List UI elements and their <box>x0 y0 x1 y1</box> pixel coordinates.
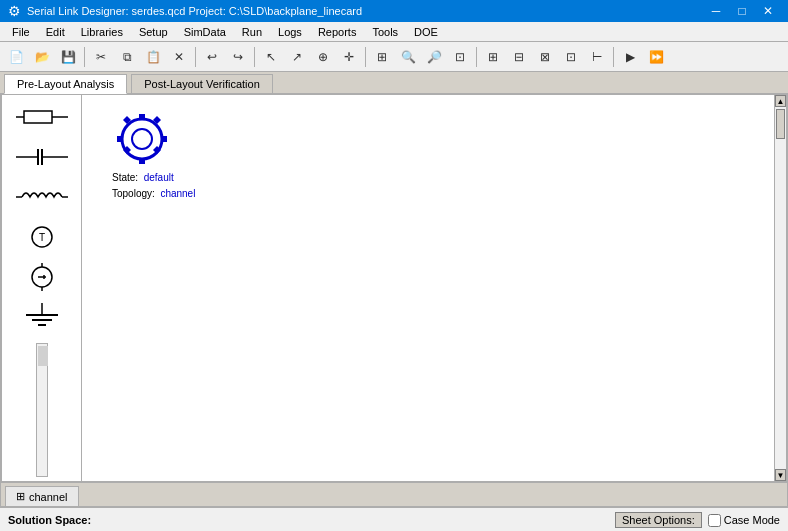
search-btn[interactable]: ⊞ <box>370 45 394 69</box>
toolbar-sep <box>195 47 196 67</box>
prop2-btn[interactable]: ⊡ <box>559 45 583 69</box>
case-mode-text: Case Mode <box>724 514 780 526</box>
zoom-out-btn[interactable]: 🔎 <box>422 45 446 69</box>
pointer-btn[interactable]: ↖ <box>259 45 283 69</box>
tab-0[interactable]: Pre-Layout Analysis <box>4 74 127 94</box>
menu-item-setup[interactable]: Setup <box>131 24 176 40</box>
toolbar: 📄📂💾✂⧉📋✕↩↪↖↗⊕✛⊞🔍🔎⊡⊞⊟⊠⊡⊢▶⏩ <box>0 42 788 72</box>
grid-btn[interactable]: ⊟ <box>507 45 531 69</box>
component-inductor[interactable] <box>12 179 72 215</box>
menu-item-reports[interactable]: Reports <box>310 24 365 40</box>
svg-point-22 <box>132 129 152 149</box>
capacitor-icon <box>16 142 68 172</box>
sheet-options: Sheet Options:Case Mode <box>615 512 780 528</box>
prop1-btn[interactable]: ⊠ <box>533 45 557 69</box>
component-source[interactable] <box>12 259 72 295</box>
cut-btn[interactable]: ✂ <box>89 45 113 69</box>
solution-title: Solution Space: <box>8 514 91 526</box>
svg-rect-1 <box>24 111 52 123</box>
save-btn[interactable]: 💾 <box>56 45 80 69</box>
source-icon <box>16 262 68 292</box>
resistor-icon <box>16 102 68 132</box>
snap-btn[interactable]: ⊞ <box>481 45 505 69</box>
component-transformer[interactable]: T <box>12 219 72 255</box>
wire2-btn[interactable]: ⊕ <box>311 45 335 69</box>
minimize-button[interactable]: ─ <box>704 2 728 20</box>
ground-icon <box>16 302 68 332</box>
bottom-tab-channel[interactable]: ⊞ channel <box>5 486 79 506</box>
bottom-tab-icon: ⊞ <box>16 490 25 503</box>
new-btn[interactable]: 📄 <box>4 45 28 69</box>
menu-bar: FileEditLibrariesSetupSimDataRunLogsRepo… <box>0 22 788 42</box>
case-mode-label[interactable]: Case Mode <box>708 514 780 527</box>
redo-btn[interactable]: ↪ <box>226 45 250 69</box>
toolbar-sep <box>613 47 614 67</box>
node-topology-label: Topology: channel <box>112 187 195 201</box>
title-bar: ⚙ Serial Link Designer: serdes.qcd Proje… <box>0 0 788 22</box>
open-btn[interactable]: 📂 <box>30 45 54 69</box>
paste-btn[interactable]: 📋 <box>141 45 165 69</box>
inductor-icon <box>16 182 68 212</box>
wire1-btn[interactable]: ↗ <box>285 45 309 69</box>
bottom-tab-label: channel <box>29 491 68 503</box>
menu-item-file[interactable]: File <box>4 24 38 40</box>
bottom-tab-bar: ⊞ channel <box>1 482 787 506</box>
menu-item-edit[interactable]: Edit <box>38 24 73 40</box>
node-state-label: State: default <box>112 171 174 185</box>
component-resistor[interactable] <box>12 99 72 135</box>
title-bar-left: ⚙ Serial Link Designer: serdes.qcd Proje… <box>8 3 362 19</box>
delete-btn[interactable]: ✕ <box>167 45 191 69</box>
svg-point-21 <box>122 119 162 159</box>
move-btn[interactable]: ✛ <box>337 45 361 69</box>
diagram-area[interactable]: State: default Topology: channel <box>82 95 774 481</box>
toolbar-sep <box>84 47 85 67</box>
zoom-in-btn[interactable]: 🔍 <box>396 45 420 69</box>
gear-node: State: default Topology: channel <box>112 109 195 201</box>
zoom-fit-btn[interactable]: ⊡ <box>448 45 472 69</box>
run1-btn[interactable]: ▶ <box>618 45 642 69</box>
menu-item-libraries[interactable]: Libraries <box>73 24 131 40</box>
menu-item-logs[interactable]: Logs <box>270 24 310 40</box>
menu-item-tools[interactable]: Tools <box>364 24 406 40</box>
maximize-button[interactable]: □ <box>730 2 754 20</box>
sidebar-scrollbar[interactable] <box>36 343 48 477</box>
diagram-vscroll[interactable]: ▲ ▼ <box>774 95 786 481</box>
copy-btn[interactable]: ⧉ <box>115 45 139 69</box>
title-bar-controls[interactable]: ─ □ ✕ <box>704 2 780 20</box>
main-area: Pre-Layout AnalysisPost-Layout Verificat… <box>0 72 788 507</box>
close-button[interactable]: ✕ <box>756 2 780 20</box>
solution-space: Solution Space: Sheet Options:Case Mode … <box>0 507 788 531</box>
solution-header: Solution Space: Sheet Options:Case Mode <box>8 512 780 528</box>
component-ground[interactable] <box>12 299 72 335</box>
prop3-btn[interactable]: ⊢ <box>585 45 609 69</box>
transformer-icon: T <box>16 222 68 252</box>
toolbar-sep <box>476 47 477 67</box>
menu-item-run[interactable]: Run <box>234 24 270 40</box>
menu-item-simdata[interactable]: SimData <box>176 24 234 40</box>
run2-btn[interactable]: ⏩ <box>644 45 668 69</box>
toolbar-sep <box>254 47 255 67</box>
window-title: Serial Link Designer: serdes.qcd Project… <box>27 5 362 17</box>
component-sidebar: T <box>2 95 82 481</box>
case-mode-checkbox[interactable] <box>708 514 721 527</box>
undo-btn[interactable]: ↩ <box>200 45 224 69</box>
component-capacitor[interactable] <box>12 139 72 175</box>
sheet-options-button[interactable]: Sheet Options: <box>615 512 702 528</box>
svg-text:T: T <box>38 232 44 243</box>
content-pane: T <box>1 94 787 482</box>
tab-1[interactable]: Post-Layout Verification <box>131 74 273 93</box>
gear-icon <box>112 109 172 169</box>
tab-bar: Pre-Layout AnalysisPost-Layout Verificat… <box>0 72 788 94</box>
toolbar-sep <box>365 47 366 67</box>
menu-item-doe[interactable]: DOE <box>406 24 446 40</box>
app-icon: ⚙ <box>8 3 21 19</box>
